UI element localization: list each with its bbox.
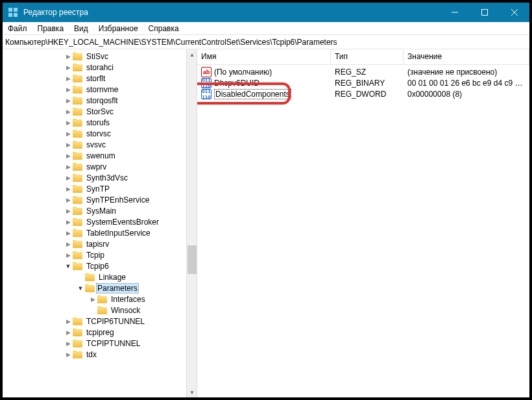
expander-icon[interactable]: ▶ <box>64 197 72 203</box>
tree-item[interactable]: ▶TCPIP6TUNNEL <box>3 316 197 327</box>
expander-icon[interactable]: ▶ <box>64 186 72 192</box>
expander-icon[interactable]: ▶ <box>64 164 72 170</box>
menu-view[interactable]: Вид <box>69 24 93 33</box>
list-row[interactable]: 011110DisabledComponentsREG_DWORD0x00000… <box>197 88 529 99</box>
folder-icon <box>73 206 83 215</box>
tree-item[interactable]: ▶storufs <box>3 117 197 128</box>
list-row[interactable]: ab(По умолчанию)REG_SZ(значение не присв… <box>197 66 529 77</box>
tree-item-label: storvsc <box>85 129 112 138</box>
tree-item[interactable]: ▶swprv <box>3 161 197 172</box>
tree-item[interactable]: ▶tdx <box>3 349 197 360</box>
tree-item[interactable]: ▶SynTPEnhService <box>3 194 197 205</box>
tree-item[interactable]: ▼Parameters <box>3 282 197 294</box>
value-name-editing[interactable]: DisabledComponents <box>214 89 291 99</box>
close-button[interactable] <box>500 3 529 22</box>
expander-icon[interactable]: ▶ <box>64 119 72 126</box>
tree-item-label: TCPIP6TUNNEL <box>85 317 146 326</box>
tree-item-label: swprv <box>85 162 108 171</box>
expander-icon[interactable]: ▶ <box>64 241 72 247</box>
maximize-button[interactable] <box>470 3 500 22</box>
expander-icon[interactable]: ▶ <box>64 252 72 258</box>
expander-icon[interactable]: ▼ <box>77 285 84 292</box>
expander-icon[interactable]: ▶ <box>64 219 72 225</box>
expander-icon[interactable]: ▶ <box>64 108 72 115</box>
scroll-down-icon[interactable]: ▼ <box>187 387 197 397</box>
tree-item-label: SynTPEnhService <box>85 195 151 205</box>
tree-item[interactable]: ▶Synth3dVsc <box>3 172 197 183</box>
expander-icon[interactable]: ▶ <box>64 351 72 358</box>
string-value-icon: ab <box>201 67 212 77</box>
folder-icon <box>73 218 83 226</box>
expander-icon[interactable]: ▶ <box>64 208 72 214</box>
value-data: (значение не присвоено) <box>404 68 529 77</box>
tree-scrollbar[interactable]: ▲ ▼ <box>186 49 197 397</box>
tree-item[interactable]: ▶storvsc <box>3 128 197 139</box>
tree-item[interactable]: ▶StiSvc <box>3 51 197 62</box>
tree-item[interactable]: ▶TabletInputService <box>3 227 197 238</box>
addressbar[interactable]: Компьютер\HKEY_LOCAL_MACHINE\SYSTEM\Curr… <box>3 35 529 49</box>
titlebar[interactable]: Редактор реестра <box>3 3 529 22</box>
tree-item[interactable]: Winsock <box>3 305 197 316</box>
column-name-header[interactable]: Имя <box>197 49 331 64</box>
expander-icon[interactable]: ▶ <box>64 53 72 60</box>
column-type-header[interactable]: Тип <box>331 49 404 64</box>
expander-icon[interactable]: ▶ <box>64 153 72 159</box>
expander-icon[interactable]: ▶ <box>64 97 72 104</box>
folder-icon <box>73 195 83 204</box>
list-row[interactable]: 011110Dhcpv6DUIDREG_BINARY00 01 00 01 26… <box>197 77 529 88</box>
expander-icon[interactable]: ▶ <box>64 64 72 71</box>
tree-panel[interactable]: ▶StiSvc▶storahci▶storflt▶stornvme▶storqo… <box>3 49 197 397</box>
tree-item[interactable]: ▶tapisrv <box>3 238 197 249</box>
folder-icon <box>97 295 108 303</box>
folder-icon <box>73 129 83 138</box>
list-panel[interactable]: Имя Тип Значение ab(По умолчанию)REG_SZ(… <box>197 49 529 397</box>
scrollbar-thumb[interactable] <box>187 245 197 274</box>
tree-item-label: storqosflt <box>85 96 119 105</box>
tree-item[interactable]: ▶StorSvc <box>3 106 197 117</box>
folder-icon <box>73 85 83 94</box>
svg-rect-5 <box>482 10 488 16</box>
tree-item[interactable]: ▶SysMain <box>3 205 197 216</box>
tree-item[interactable]: ▶Interfaces <box>3 294 197 305</box>
expander-icon[interactable]: ▶ <box>64 340 72 347</box>
expander-icon[interactable]: ▶ <box>64 230 72 236</box>
folder-icon <box>73 151 83 160</box>
expander-icon[interactable]: ▶ <box>64 329 72 336</box>
folder-icon <box>73 96 83 105</box>
expander-icon[interactable]: ▶ <box>89 296 97 303</box>
list-body: ab(По умолчанию)REG_SZ(значение не присв… <box>197 65 529 99</box>
tree-item[interactable]: ▶tcpipreg <box>3 327 197 338</box>
tree-item-label: svsvc <box>85 140 107 149</box>
column-value-header[interactable]: Значение <box>404 49 529 64</box>
expander-icon[interactable]: ▶ <box>64 86 72 93</box>
tree-item[interactable]: ▶storqosflt <box>3 95 197 106</box>
expander-icon[interactable]: ▶ <box>64 142 72 148</box>
tree-item[interactable]: ▶SynTP <box>3 183 197 194</box>
tree-item[interactable]: ▶stornvme <box>3 84 197 95</box>
expander-icon[interactable]: ▶ <box>64 175 72 181</box>
menu-file[interactable]: Файл <box>3 24 32 33</box>
tree-item[interactable]: ▶storahci <box>3 62 197 73</box>
menu-edit[interactable]: Правка <box>32 24 69 33</box>
tree-item[interactable]: ▶storflt <box>3 73 197 84</box>
expander-icon[interactable]: ▶ <box>64 75 72 82</box>
expander-icon[interactable]: ▶ <box>64 131 72 137</box>
menu-help[interactable]: Справка <box>143 24 184 33</box>
tree-item[interactable]: Linkage <box>3 271 197 282</box>
tree-item[interactable]: ▶TCPIPTUNNEL <box>3 338 197 349</box>
address-path: Компьютер\HKEY_LOCAL_MACHINE\SYSTEM\Curr… <box>5 38 337 47</box>
scroll-up-icon[interactable]: ▲ <box>187 49 197 60</box>
menu-favorites[interactable]: Избранное <box>93 24 143 33</box>
folder-icon <box>73 184 83 193</box>
tree-item-label: Synth3dVsc <box>85 173 129 182</box>
tree-item[interactable]: ▶svsvc <box>3 139 197 150</box>
tree-item[interactable]: ▶Tcpip <box>3 249 197 260</box>
binary-value-icon: 011110 <box>201 89 212 99</box>
app-icon <box>8 7 18 18</box>
minimize-button[interactable] <box>440 3 470 22</box>
expander-icon[interactable]: ▶ <box>64 318 72 325</box>
tree-item[interactable]: ▶SystemEventsBroker <box>3 216 197 227</box>
expander-icon[interactable]: ▼ <box>64 263 72 269</box>
tree-item[interactable]: ▼Tcpip6 <box>3 260 197 271</box>
tree-item[interactable]: ▶swenum <box>3 150 197 161</box>
